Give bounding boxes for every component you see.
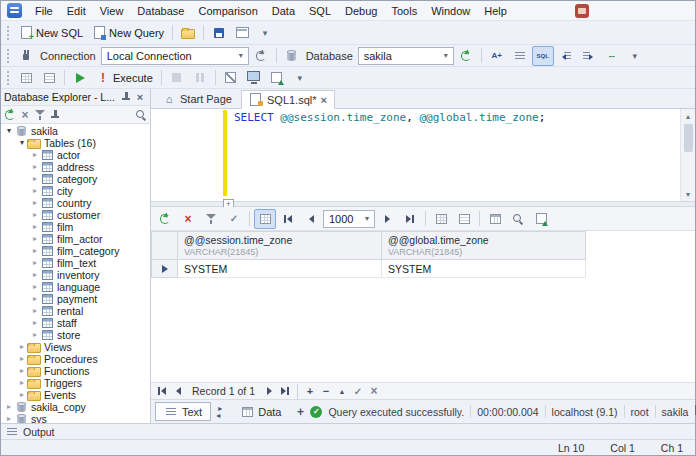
tree-toggle-icon[interactable]: ▸ <box>30 185 40 197</box>
cancel-edit-button[interactable] <box>367 384 381 398</box>
pause-button[interactable] <box>189 68 211 88</box>
output-panel-bar[interactable]: Output <box>1 423 695 439</box>
commit-button[interactable] <box>223 209 245 229</box>
close-icon[interactable] <box>133 90 147 104</box>
tree-toggle-icon[interactable]: ▸ <box>30 281 40 293</box>
menu-item-comparison[interactable]: Comparison <box>191 3 264 19</box>
results-grid[interactable]: @@session.time_zoneVARCHAR(21845)@@globa… <box>151 231 695 382</box>
tree-toggle-icon[interactable]: ▸ <box>30 149 40 161</box>
toolbar-grip[interactable] <box>6 25 11 40</box>
prev-record-button[interactable] <box>171 384 185 398</box>
menu-item-tools[interactable]: Tools <box>384 3 424 19</box>
new-results-tab-button[interactable] <box>15 68 37 88</box>
next-page-button[interactable] <box>376 209 398 229</box>
tree-item-customer[interactable]: ▸customer <box>1 209 150 221</box>
tree-toggle-icon[interactable]: ▸ <box>30 233 40 245</box>
post-edit-button[interactable] <box>351 384 365 398</box>
column-picker-button[interactable] <box>484 209 506 229</box>
tree-item-sakila[interactable]: ▾sakila <box>1 125 150 137</box>
menu-item-data[interactable]: Data <box>265 3 302 19</box>
tab-data-view[interactable]: Data <box>231 402 290 421</box>
pin-icon[interactable] <box>119 90 133 104</box>
tree-toggle-icon[interactable]: ▸ <box>30 221 40 233</box>
swap-views-icon[interactable] <box>214 405 228 419</box>
tab-sql1-sql[interactable]: SQL1.sql* <box>241 90 335 109</box>
tree-item-functions[interactable]: ▸Functions <box>1 365 150 377</box>
tab-start-page[interactable]: Start Page <box>154 89 240 108</box>
search-icon[interactable] <box>134 108 148 122</box>
add-view-button[interactable] <box>293 405 307 419</box>
scroll-up-icon[interactable] <box>681 109 695 123</box>
sql-editor[interactable]: SELECT @@session.time_zone, @@global.tim… <box>151 109 680 201</box>
pin-objects-icon[interactable] <box>48 108 62 122</box>
first-page-button[interactable] <box>277 209 299 229</box>
refresh-database-button[interactable] <box>455 46 477 66</box>
menu-item-database[interactable]: Database <box>130 3 191 19</box>
tree-item-staff[interactable]: ▸staff <box>1 317 150 329</box>
scrollbar-thumb[interactable] <box>684 124 693 152</box>
tree-item-tables-16[interactable]: ▾Tables (16) <box>1 137 150 149</box>
tree-toggle-icon[interactable]: ▸ <box>17 377 27 389</box>
scrollbar-track[interactable] <box>681 123 695 187</box>
tree-toggle-icon[interactable]: ▸ <box>30 161 40 173</box>
promo-icon[interactable] <box>575 4 589 18</box>
tab-text-view[interactable]: Text <box>155 402 211 421</box>
tree-toggle-icon[interactable]: ▸ <box>30 209 40 221</box>
tree-toggle-icon[interactable]: ▸ <box>30 269 40 281</box>
connection-select[interactable]: Local Connection <box>101 47 249 65</box>
tree-item-inventory[interactable]: ▸inventory <box>1 269 150 281</box>
indent-button[interactable] <box>578 46 600 66</box>
tree-item-triggers[interactable]: ▸Triggers <box>1 377 150 389</box>
menu-item-file[interactable]: File <box>28 3 60 19</box>
page-size-select[interactable]: 1000 <box>323 210 375 228</box>
edit-record-button[interactable] <box>335 384 349 398</box>
tree-item-procedures[interactable]: ▸Procedures <box>1 353 150 365</box>
tree-toggle-icon[interactable]: ▸ <box>30 245 40 257</box>
editor-scrollbar[interactable] <box>680 109 695 201</box>
filter-icon[interactable] <box>33 108 47 122</box>
table-cell[interactable]: SYSTEM <box>178 260 382 278</box>
refresh-connection-button[interactable] <box>250 46 272 66</box>
save-button[interactable] <box>208 23 230 43</box>
tree-item-payment[interactable]: ▸payment <box>1 293 150 305</box>
export-results-button[interactable] <box>266 68 288 88</box>
execute-overflow-button[interactable] <box>289 68 311 88</box>
tree-item-views[interactable]: ▸Views <box>1 341 150 353</box>
next-record-button[interactable] <box>262 384 276 398</box>
tree-toggle-icon[interactable]: ▸ <box>17 341 27 353</box>
column-header-global-time-zone[interactable]: @@global.time_zoneVARCHAR(21845) <box>382 232 586 260</box>
open-file-button[interactable] <box>177 23 199 43</box>
query-plan-button[interactable] <box>220 68 242 88</box>
tree-toggle-icon[interactable]: ▸ <box>4 401 14 413</box>
menu-item-window[interactable]: Window <box>424 3 477 19</box>
find-in-grid-button[interactable] <box>507 209 529 229</box>
database-select[interactable]: sakila <box>358 47 454 65</box>
column-header-session-time-zone[interactable]: @@session.time_zoneVARCHAR(21845) <box>178 232 382 260</box>
editor-overflow-button[interactable] <box>624 46 646 66</box>
tree-toggle-icon[interactable]: ▸ <box>17 353 27 365</box>
menu-item-help[interactable]: Help <box>477 3 514 19</box>
profiler-button[interactable] <box>243 68 265 88</box>
tree-item-store[interactable]: ▸store <box>1 329 150 341</box>
connection-button[interactable] <box>15 46 37 66</box>
tree-toggle-icon[interactable]: ▸ <box>30 173 40 185</box>
grid-view-button[interactable] <box>430 209 452 229</box>
cancel-results-button[interactable] <box>177 209 199 229</box>
menu-item-sql[interactable]: SQL <box>302 3 338 19</box>
tree-item-country[interactable]: ▸country <box>1 197 150 209</box>
tree-toggle-icon[interactable]: ▸ <box>30 293 40 305</box>
tree-toggle-icon[interactable]: ▸ <box>17 365 27 377</box>
chevron-down-icon[interactable] <box>360 211 374 227</box>
close-tab-icon[interactable] <box>321 94 327 106</box>
new-query-button[interactable]: New Query <box>88 23 168 43</box>
table-row[interactable]: SYSTEMSYSTEM <box>152 260 586 278</box>
database-icon-button[interactable] <box>281 46 303 66</box>
tree-toggle-icon[interactable]: ▾ <box>4 125 14 137</box>
delete-record-button[interactable] <box>319 384 333 398</box>
menu-item-edit[interactable]: Edit <box>60 3 93 19</box>
tree-item-actor[interactable]: ▸actor <box>1 149 150 161</box>
tree-item-rental[interactable]: ▸rental <box>1 305 150 317</box>
comment-button[interactable] <box>601 46 623 66</box>
toolbar-grip[interactable] <box>6 70 11 85</box>
tree-toggle-icon[interactable]: ▾ <box>17 137 27 149</box>
